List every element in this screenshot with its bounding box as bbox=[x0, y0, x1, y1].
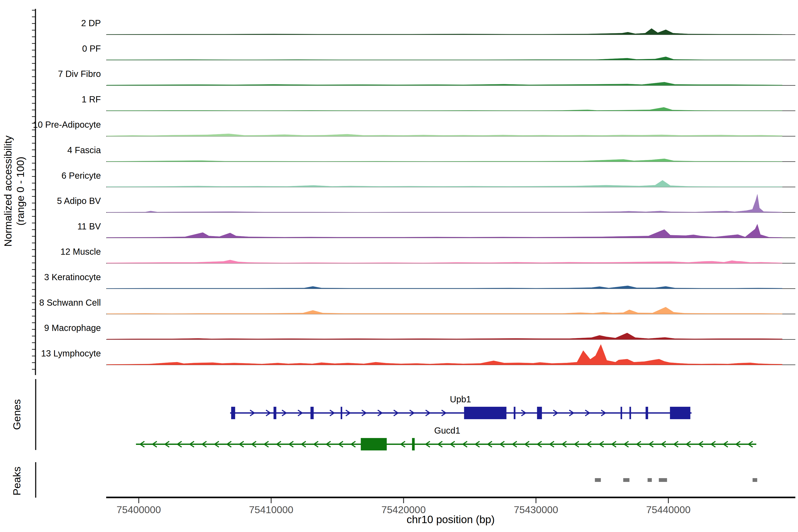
signal-tracks: 2 DP0 PF7 Div Fibro1 RF10 Pre-Adipocyte4… bbox=[33, 18, 795, 365]
gene-name-label: Upb1 bbox=[450, 394, 471, 404]
peaks-section-label: Peaks bbox=[11, 467, 23, 496]
track-label: 8 Schwann Cell bbox=[39, 298, 101, 307]
x-axis-tick-label: 75400000 bbox=[117, 504, 161, 515]
track-label: 4 Fascia bbox=[68, 145, 101, 155]
peak-interval-rect bbox=[647, 478, 652, 482]
track-row: 7 Div Fibro bbox=[58, 69, 795, 86]
gene-models: Upb1Gucd1 bbox=[136, 394, 756, 451]
track-row: 0 PF bbox=[82, 44, 795, 60]
track-row: 10 Pre-Adipocyte bbox=[33, 120, 795, 136]
track-signal-area bbox=[107, 180, 782, 187]
track-signal-area bbox=[107, 159, 782, 162]
track-row: 1 RF bbox=[81, 94, 795, 111]
gene-exon bbox=[670, 407, 690, 419]
gene-exon bbox=[537, 407, 542, 419]
gene-exon bbox=[231, 407, 235, 419]
x-axis-tick-label: 75430000 bbox=[514, 504, 558, 515]
track-signal-area bbox=[107, 344, 782, 365]
peak-interval-rect bbox=[623, 478, 629, 482]
gene-exon bbox=[361, 438, 387, 451]
track-label: 7 Div Fibro bbox=[58, 69, 101, 79]
track-signal-area bbox=[107, 107, 782, 111]
gene-exon bbox=[629, 407, 631, 419]
track-row: 9 Macrophage bbox=[44, 323, 795, 339]
gene-model: Upb1 bbox=[230, 394, 691, 419]
track-signal-area bbox=[107, 82, 782, 86]
track-label: 3 Keratinocyte bbox=[44, 272, 101, 282]
track-label: 1 RF bbox=[81, 94, 101, 104]
track-label: 11 BV bbox=[77, 222, 101, 231]
track-signal-area bbox=[107, 57, 782, 60]
track-label: 2 DP bbox=[81, 18, 101, 28]
y-axis-label-line2: (range 0 - 100) bbox=[14, 157, 26, 226]
peak-interval-rect bbox=[753, 478, 757, 482]
gene-exon bbox=[646, 407, 648, 419]
x-axis-tick-label: 75440000 bbox=[646, 504, 690, 515]
x-axis-tick-label: 75410000 bbox=[249, 504, 293, 515]
gene-exon bbox=[273, 407, 277, 419]
track-label: 10 Pre-Adipocyte bbox=[33, 120, 101, 130]
genome-coverage-chart: Normalized accessibility (range 0 - 100)… bbox=[0, 0, 798, 532]
track-signal-area bbox=[107, 286, 782, 289]
track-signal-area bbox=[107, 224, 782, 238]
gene-name-label: Gucd1 bbox=[434, 425, 460, 435]
track-row: 4 Fascia bbox=[68, 145, 795, 162]
track-signal-area bbox=[107, 28, 782, 35]
track-label: 0 PF bbox=[82, 44, 101, 53]
gene-exon bbox=[341, 407, 342, 419]
track-label: 5 Adipo BV bbox=[57, 196, 101, 206]
track-row: 13 Lymphocyte bbox=[41, 344, 795, 365]
genes-section-label: Genes bbox=[11, 399, 23, 430]
track-label: 12 Muscle bbox=[60, 247, 101, 256]
gene-model: Gucd1 bbox=[136, 425, 756, 451]
peak-interval-rect bbox=[595, 478, 601, 482]
x-axis: 7540000075410000754200007543000075440000 bbox=[106, 497, 795, 515]
track-label: 6 Pericyte bbox=[61, 171, 101, 180]
accessibility-axis bbox=[32, 9, 36, 375]
track-row: 11 BV bbox=[77, 222, 795, 238]
track-signal-area bbox=[107, 194, 782, 212]
x-axis-title: chr10 position (bp) bbox=[406, 514, 495, 525]
track-signal-area bbox=[107, 134, 782, 136]
gene-exon bbox=[464, 407, 507, 419]
track-row: 6 Pericyte bbox=[61, 171, 795, 187]
track-signal-area bbox=[107, 307, 782, 314]
track-signal-area bbox=[107, 333, 782, 339]
gene-exon bbox=[621, 407, 622, 419]
y-axis-label-line1: Normalized accessibility bbox=[2, 135, 14, 247]
gene-exon bbox=[310, 407, 314, 419]
peak-intervals bbox=[595, 478, 757, 482]
track-row: 3 Keratinocyte bbox=[44, 272, 795, 289]
peak-interval-rect bbox=[659, 478, 667, 482]
coverage-plot-figure: Normalized accessibility (range 0 - 100)… bbox=[0, 0, 798, 532]
track-row: 5 Adipo BV bbox=[57, 194, 795, 212]
track-label: 13 Lymphocyte bbox=[41, 348, 101, 358]
gene-exon bbox=[412, 438, 415, 451]
gene-exon bbox=[514, 407, 516, 419]
track-row: 8 Schwann Cell bbox=[39, 298, 795, 314]
track-row: 12 Muscle bbox=[60, 247, 795, 263]
track-signal-area bbox=[107, 260, 782, 263]
track-label: 9 Macrophage bbox=[44, 323, 101, 333]
track-row: 2 DP bbox=[81, 18, 795, 35]
